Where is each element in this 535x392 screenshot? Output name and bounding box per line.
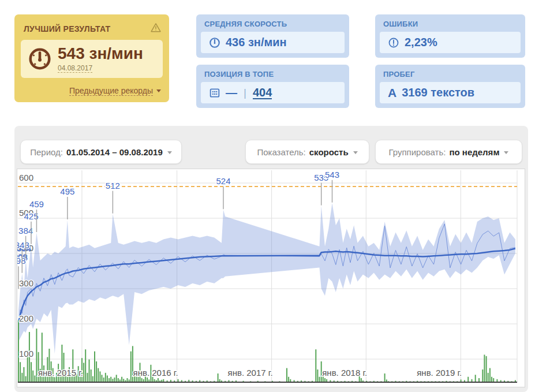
grouping-value: по неделям (449, 147, 499, 157)
metric-label: Показатель: (257, 147, 305, 157)
svg-text:янв. 2017 г.: янв. 2017 г. (228, 368, 273, 378)
chevron-down-icon (156, 89, 161, 92)
errors-panel: 2,23% (380, 32, 521, 53)
mileage-title: ПРОБЕГ (383, 70, 415, 79)
mileage-panel: A 3169 текстов (380, 82, 521, 103)
best-result-title: ЛУЧШИЙ РЕЗУЛЬТАТ (24, 24, 110, 33)
grouping-label: Группировать: (389, 147, 446, 157)
avg-speed-title: СРЕДНЯЯ СКОРОСТЬ (204, 20, 287, 28)
chevron-down-icon (167, 151, 172, 154)
top-position-card: ПОЗИЦИЯ В ТОПЕ — | 404 (196, 65, 349, 108)
period-value: 01.05.2014 – 09.08.2019 (66, 147, 163, 157)
errors-value: 2,23% (405, 36, 437, 49)
svg-text:янв. 2015 г.: янв. 2015 г. (38, 368, 83, 378)
errors-card: ОШИБКИ 2,23% (375, 14, 525, 58)
best-result-value: 543 зн/мин (58, 45, 143, 62)
period-dropdown[interactable]: Период: 01.05.2014 – 09.08.2019 (20, 140, 182, 164)
avg-speed-value: 436 зн/мин (226, 36, 287, 49)
top-position-separator: | (244, 87, 246, 99)
svg-text:495: 495 (60, 186, 74, 196)
top-position-title: ПОЗИЦИЯ В ТОПЕ (204, 70, 274, 79)
errors-title: ОШИБКИ (383, 20, 418, 28)
grouping-dropdown[interactable]: Группировать: по неделям (375, 140, 522, 164)
avg-speed-card: СРЕДНЯЯ СКОРОСТЬ 436 зн/мин (196, 14, 349, 58)
best-result-date-link[interactable]: 04.08.2017 (58, 64, 92, 73)
mileage-card: ПРОБЕГ A 3169 текстов (375, 65, 525, 108)
svg-text:200: 200 (19, 313, 33, 323)
svg-text:янв. 2019 г.: янв. 2019 г. (417, 368, 462, 378)
svg-text:298: 298 (17, 256, 26, 266)
svg-text:300: 300 (19, 278, 33, 288)
svg-text:512: 512 (106, 181, 120, 191)
svg-text:524: 524 (216, 176, 231, 186)
avg-speed-panel: 436 зн/мин (201, 32, 345, 53)
speedometer-icon (209, 37, 220, 48)
svg-text:343: 343 (17, 240, 29, 250)
top-position-panel: — | 404 (201, 82, 345, 103)
top-position-dash: — (226, 86, 237, 99)
previous-records-link[interactable]: Предыдущие рекорды (69, 86, 161, 96)
best-result-card: ЛУЧШИЙ РЕЗУЛЬТАТ 543 зн/мин 04.08.2017 П… (14, 14, 169, 102)
metric-dropdown[interactable]: Показатель: скорость (245, 140, 369, 164)
svg-text:459: 459 (29, 199, 44, 209)
top-position-link[interactable]: 404 (253, 87, 272, 99)
typing-stats-page: ЛУЧШИЙ РЕЗУЛЬТАТ 543 зн/мин 04.08.2017 П… (0, 0, 535, 392)
best-result-panel: 543 зн/мин 04.08.2017 (21, 40, 163, 78)
letter-a-icon: A (388, 87, 396, 99)
table-icon (209, 87, 220, 99)
period-label: Период: (30, 147, 63, 157)
speed-chart: 100200300400500600янв. 2015 г.янв. 2016 … (17, 169, 525, 387)
svg-text:600: 600 (19, 173, 33, 182)
svg-text:543: 543 (325, 170, 339, 180)
chevron-down-icon (504, 151, 508, 154)
alert-circle-icon (388, 37, 399, 48)
svg-text:янв. 2016 г.: янв. 2016 г. (133, 368, 178, 378)
chevron-down-icon (353, 151, 358, 154)
previous-records-label: Предыдущие рекорды (69, 86, 153, 96)
chart-panel: Период: 01.05.2014 – 09.08.2019 Показате… (14, 126, 528, 392)
svg-text:100: 100 (19, 349, 33, 359)
best-result-value-block: 543 зн/мин 04.08.2017 (58, 45, 143, 72)
mileage-value: 3169 текстов (402, 86, 474, 99)
warning-icon[interactable] (150, 22, 162, 33)
speedometer-icon (28, 47, 52, 71)
metric-value: скорость (309, 147, 349, 157)
svg-text:янв. 2018 г.: янв. 2018 г. (322, 368, 367, 378)
